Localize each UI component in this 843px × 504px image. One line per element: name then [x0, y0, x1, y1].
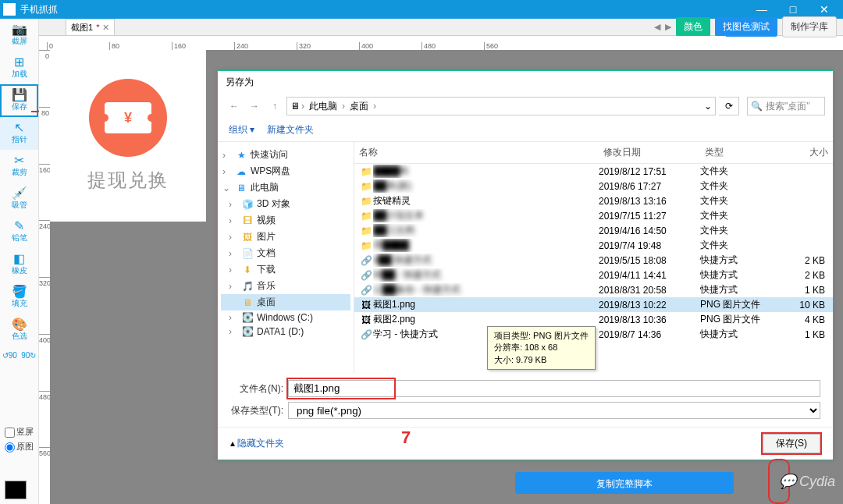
tool-eraser[interactable]: ◧橡皮: [0, 248, 38, 281]
dialog-toolbar: 组织 ▾ 新建文件夹: [218, 119, 833, 142]
save-as-dialog: 另存为 ← → ↑ 🖥 › 此电脑 › 桌面 › ⌄ ⟳ 🔍搜索"桌面" 组织 …: [217, 70, 834, 460]
tree-item[interactable]: ›☁WPS网盘: [221, 163, 350, 179]
original-radio-row[interactable]: 原图: [0, 441, 38, 453]
dialog-nav: ← → ↑ 🖥 › 此电脑 › 桌面 › ⌄ ⟳ 🔍搜索"桌面": [218, 94, 833, 119]
file-list[interactable]: 名称 修改日期 类型 大小 📁████科2019/8/12 17:51文件夹📁█…: [354, 142, 833, 374]
app-title: 手机抓抓: [20, 3, 746, 16]
original-radio[interactable]: [5, 442, 15, 453]
search-input[interactable]: 🔍搜索"桌面": [747, 97, 825, 115]
tool-load[interactable]: ⊞加载: [0, 51, 38, 84]
tab-close-icon[interactable]: ✕: [102, 23, 109, 33]
organize-menu[interactable]: 组织 ▾: [229, 123, 254, 137]
folder-tree[interactable]: ›★快速访问›☁WPS网盘⌄🖥此电脑›🧊3D 对象›🎞视频›🖼图片›📄文档›⬇下…: [218, 142, 354, 374]
breadcrumb-desktop[interactable]: 桌面: [347, 100, 372, 113]
file-row[interactable]: 📁按键精灵2019/8/13 13:16文件夹: [354, 193, 833, 208]
tool-eyedropper[interactable]: 💉吸管: [0, 183, 38, 215]
tab-scroll-right[interactable]: ▶: [665, 22, 671, 32]
thumbnail-caption: 提现兑换: [87, 168, 169, 193]
refresh-button[interactable]: ⟳: [719, 97, 739, 115]
tree-item[interactable]: ›🎵音乐: [221, 278, 350, 294]
scissors-icon: ✂: [14, 154, 24, 167]
file-row[interactable]: 🔗公██备份 - 快捷方式2018/8/31 20:58快捷方式1 KB: [354, 282, 833, 297]
hide-folders-toggle[interactable]: ▴ 隐藏文件夹: [230, 437, 284, 450]
breadcrumb[interactable]: 🖥 › 此电脑 › 桌面 › ⌄: [286, 97, 716, 115]
tree-item[interactable]: ›⬇下载: [221, 261, 350, 278]
filetype-label: 保存类型(T):: [230, 404, 288, 417]
tree-item[interactable]: ›🖼图片: [221, 229, 350, 245]
tool-crop[interactable]: ✂裁剪: [0, 150, 38, 183]
add-icon: ⊞: [14, 56, 24, 69]
tool-colorpick[interactable]: 🎨色选: [0, 314, 38, 346]
file-row[interactable]: 📁用████2019/7/4 19:48文件夹: [354, 238, 833, 253]
file-row[interactable]: 📁██本(新)2019/8/6 17:27文件夹: [354, 179, 833, 193]
tree-item[interactable]: ⌄🖥此电脑: [221, 179, 350, 196]
bucket-icon: 🪣: [12, 286, 27, 298]
tool-pencil[interactable]: ✎铅笔: [0, 215, 38, 248]
tool-pointer[interactable]: ↖指针: [0, 117, 38, 150]
pointer-icon: ↖: [14, 122, 24, 134]
col-size[interactable]: 大小: [786, 144, 833, 161]
file-row[interactable]: 📁████科2019/8/12 17:51文件夹: [354, 164, 833, 179]
rotate-right-button[interactable]: 90↻: [20, 346, 39, 364]
copy-script-button[interactable]: 复制完整脚本: [515, 472, 734, 494]
ruler-vertical: 080160240320400480560: [39, 50, 50, 504]
annotation-7: 7: [401, 428, 411, 448]
save-icon: 💾: [12, 89, 27, 101]
tab-label: 截图1: [71, 22, 93, 34]
tree-item[interactable]: ›📄文档: [221, 245, 350, 261]
portrait-checkbox-row[interactable]: 竖屏: [0, 426, 38, 438]
tree-item[interactable]: ›🧊3D 对象: [221, 196, 350, 212]
color-swatch[interactable]: [5, 481, 27, 499]
pencil-icon: ✎: [14, 220, 24, 232]
tool-screenshot[interactable]: 📷截屏: [0, 19, 38, 51]
file-row[interactable]: 🔗W██ - 快捷方式2019/4/11 14:41快捷方式2 KB: [354, 268, 833, 282]
tab-bar: 截图1 * ✕ ◀ ▶ 颜色 找图色测试 制作字库: [39, 19, 843, 36]
tree-item[interactable]: ›💽DATA1 (D:): [221, 325, 350, 339]
file-tooltip: 项目类型: PNG 图片文件 分辨率: 108 x 68 大小: 9.79 KB: [487, 326, 596, 370]
camera-icon: 📷: [12, 23, 27, 36]
tool-fill[interactable]: 🪣填充: [0, 281, 38, 314]
minimize-button[interactable]: —: [746, 0, 777, 19]
tree-item[interactable]: ›🎞视频: [221, 212, 350, 229]
new-folder-button[interactable]: 新建文件夹: [267, 123, 314, 137]
tree-item[interactable]: ›★快速访问: [221, 147, 350, 163]
tree-item[interactable]: 🖥桌面: [221, 294, 350, 311]
file-list-header: 名称 修改日期 类型 大小: [354, 142, 833, 164]
tree-item[interactable]: ›💽Windows (C:): [221, 311, 350, 325]
file-row[interactable]: 📁██计划文本2019/7/15 11:27文件夹: [354, 208, 833, 223]
portrait-checkbox[interactable]: [5, 428, 15, 438]
filename-label: 文件名(N):: [230, 382, 288, 396]
screenshot-thumbnail: ¥ 提现兑换: [50, 50, 206, 222]
breadcrumb-dropdown-icon[interactable]: ⌄: [704, 101, 712, 112]
save-button[interactable]: 保存(S): [763, 434, 820, 453]
color-button[interactable]: 颜色: [676, 17, 710, 37]
breadcrumb-pc[interactable]: 此电脑: [306, 100, 340, 113]
find-color-test-button[interactable]: 找图色测试: [715, 17, 777, 37]
pc-icon: 🖥: [290, 101, 300, 112]
palette-icon: 🎨: [12, 318, 27, 331]
nav-forward-button[interactable]: →: [246, 98, 263, 115]
file-row[interactable]: 🖼截图1.png2019/8/13 10:22PNG 图片文件10 KB: [354, 297, 833, 312]
dirty-indicator: *: [96, 23, 99, 32]
document-tab[interactable]: 截图1 * ✕: [66, 19, 115, 35]
eyedropper-icon: 💉: [12, 187, 27, 200]
file-row[interactable]: 📁██口文档2019/4/16 14:50文件夹: [354, 223, 833, 238]
titlebar: 手机抓抓 — □ ✕: [0, 0, 843, 19]
dialog-title: 另存为: [218, 71, 833, 94]
make-font-button[interactable]: 制作字库: [782, 16, 837, 37]
eraser-icon: ◧: [13, 253, 25, 265]
file-row[interactable]: 🖼截图2.png2019/8/13 10:36PNG 图片文件4 KB: [354, 312, 833, 327]
app-icon: [3, 3, 16, 16]
nav-back-button[interactable]: ←: [226, 98, 243, 115]
coupon-icon: ¥: [89, 79, 167, 157]
file-row[interactable]: 🔗d██ 快捷方式2019/5/15 18:08快捷方式2 KB: [354, 253, 833, 268]
col-date[interactable]: 修改日期: [599, 144, 700, 161]
ruler-horizontal: 080160240320400480560: [47, 36, 726, 50]
rotate-left-button[interactable]: ↺90: [0, 346, 20, 364]
tab-scroll-left[interactable]: ◀: [654, 22, 660, 32]
col-type[interactable]: 类型: [700, 144, 786, 161]
watermark: 💬Cydia: [779, 473, 835, 490]
nav-up-button[interactable]: ↑: [266, 98, 283, 115]
filetype-select[interactable]: png file(*.png): [288, 402, 820, 419]
col-name[interactable]: 名称: [354, 144, 599, 161]
